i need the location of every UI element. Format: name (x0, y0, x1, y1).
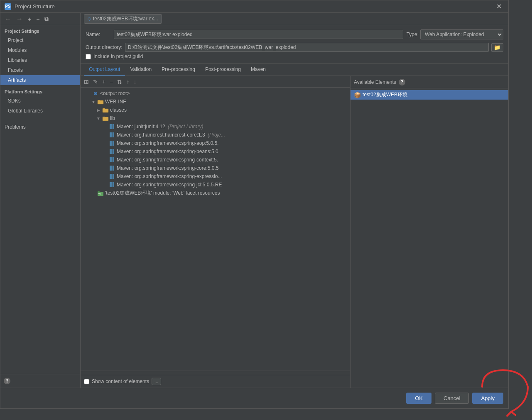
maven-junit-suffix: (Project Library) (167, 124, 203, 129)
svg-rect-27 (110, 174, 111, 179)
lib-folder-icon (102, 115, 109, 122)
tab-output-layout[interactable]: Output Layout (84, 64, 125, 76)
output-dir-input[interactable] (125, 43, 489, 52)
tree-hscrollbar[interactable] (81, 371, 350, 375)
tree-node-maven-junit[interactable]: Maven: junit:junit:4.12 (Project Library… (81, 122, 350, 131)
title-bar: PS Project Structure ✕ (0, 0, 508, 13)
forward-button[interactable]: → (15, 15, 25, 23)
tree-node-maven-context[interactable]: Maven: org.springframework:spring-contex… (81, 156, 350, 164)
tree-panel: ⊞ ✎ + − ⇅ ↑ ↓ (81, 76, 351, 388)
dialog-title: Project Structure (15, 3, 55, 10)
output-root-icon: ⊕ (92, 90, 99, 97)
svg-rect-32 (113, 182, 114, 187)
right-top-toolbar: ⬡ test02集成WEB环境:war ex... (81, 13, 508, 25)
svg-rect-19 (111, 149, 113, 154)
tree-node-classes[interactable]: ▶ classes (81, 106, 350, 114)
sidebar: ← → + − ⧉ Project Settings Project Modul… (0, 13, 81, 388)
elements-header: Available Elements ? (351, 76, 508, 88)
copy-item-button[interactable]: ⧉ (43, 15, 50, 23)
web-inf-folder-icon (97, 98, 104, 105)
svg-rect-14 (113, 132, 114, 137)
project-structure-dialog: PS Project Structure ✕ ← → + − ⧉ Project… (0, 0, 509, 409)
tree-node-output-root[interactable]: ⊕ <output root> (81, 89, 350, 98)
tree-node-maven-expression[interactable]: Maven: org.springframework:spring-expres… (81, 172, 350, 181)
tab-pre-processing[interactable]: Pre-processing (157, 64, 200, 76)
lib-label: lib (110, 115, 115, 121)
remove-item-button[interactable]: − (34, 15, 41, 23)
tab-maven[interactable]: Maven (246, 64, 271, 76)
maven-context-icon (109, 156, 115, 163)
output-root-label: <output root> (100, 90, 130, 96)
tree-node-web-facet[interactable]: W 'test02集成WEB环境' module: 'Web' facet re… (81, 189, 350, 198)
svg-rect-9 (110, 124, 111, 129)
lib-arrow: ▼ (96, 116, 101, 121)
sidebar-item-facets[interactable]: Facets (0, 65, 80, 75)
sidebar-toolbar: ← → + − ⧉ (0, 13, 80, 25)
svg-rect-16 (111, 141, 113, 146)
tree-down-button[interactable]: ↓ (132, 78, 138, 85)
tree-node-maven-core[interactable]: Maven: org.springframework:spring-core:5… (81, 164, 350, 172)
artifact-tab[interactable]: ⬡ test02集成WEB环境:war ex... (84, 14, 162, 24)
include-project-build-row: Include in project build (86, 54, 503, 59)
tree-layout-button[interactable]: ⊞ (82, 78, 91, 85)
sidebar-item-sdks[interactable]: SDKs (0, 96, 80, 106)
sidebar-item-modules[interactable]: Modules (0, 45, 80, 55)
tab-post-processing[interactable]: Post-processing (200, 64, 246, 76)
maven-context-label: Maven: org.springframework:spring-contex… (117, 157, 218, 163)
elements-help-icon[interactable]: ? (399, 79, 405, 85)
ok-button[interactable]: OK (406, 393, 431, 404)
type-wrapper: Type: Web Application: Exploded (407, 29, 503, 39)
apply-button[interactable]: Apply (472, 393, 503, 404)
svg-rect-25 (111, 166, 113, 171)
sidebar-item-global-libraries[interactable]: Global Libraries (0, 106, 80, 116)
add-item-button[interactable]: + (26, 15, 33, 23)
sidebar-item-project[interactable]: Project (0, 35, 80, 45)
sidebar-item-problems[interactable]: Problems (0, 120, 80, 132)
close-button[interactable]: ✕ (494, 2, 504, 11)
back-button[interactable]: ← (3, 15, 13, 23)
tree-remove-button[interactable]: − (108, 78, 115, 85)
project-settings-label: Project Settings (0, 25, 80, 35)
tree-node-maven-aop[interactable]: Maven: org.springframework:spring-aop:5.… (81, 139, 350, 147)
web-facet-label: 'test02集成WEB环境' module: 'Web' facet reso… (105, 190, 220, 197)
help-icon[interactable]: ? (4, 378, 10, 384)
dialog-footer: OK Cancel Apply (0, 388, 508, 408)
name-input[interactable] (114, 30, 403, 39)
sidebar-item-artifacts[interactable]: Artifacts (0, 75, 80, 85)
more-button[interactable]: ... (152, 378, 161, 385)
cancel-button[interactable]: Cancel (435, 393, 469, 404)
tree-node-maven-beans[interactable]: Maven: org.springframework:spring-beans:… (81, 147, 350, 156)
browse-folder-button[interactable]: 📁 (491, 43, 503, 52)
svg-rect-15 (110, 141, 111, 146)
type-select[interactable]: Web Application: Exploded (420, 29, 503, 39)
svg-rect-31 (111, 182, 113, 187)
type-label: Type: (407, 32, 419, 37)
tree-sort-button[interactable]: ⇅ (115, 78, 124, 85)
properties-area: Name: Type: Web Application: Exploded Ou… (81, 25, 508, 64)
tabs-bar: Output Layout Validation Pre-processing … (81, 64, 508, 76)
artifact-type-icon: ⬡ (88, 17, 91, 21)
tree-node-maven-hamcrest[interactable]: Maven: org.hamcrest:hamcrest-core:1.3 (P… (81, 131, 350, 139)
name-row: Name: Type: Web Application: Exploded (86, 29, 503, 39)
tree-node-web-inf[interactable]: ▼ WEB-INF (81, 98, 350, 106)
include-project-build-label: Include in project build (93, 54, 143, 59)
tree-node-maven-jcl[interactable]: Maven: org.springframework:spring-jcl:5.… (81, 181, 350, 189)
svg-rect-7 (103, 117, 105, 118)
include-project-build-checkbox[interactable] (86, 54, 91, 59)
name-label: Name: (86, 32, 110, 37)
elements-panel: Available Elements ? 📦 test02集成WEB环境 (351, 76, 508, 388)
svg-rect-17 (113, 141, 114, 146)
maven-core-label: Maven: org.springframework:spring-core:5… (117, 165, 218, 171)
sidebar-item-libraries[interactable]: Libraries (0, 55, 80, 65)
svg-rect-26 (113, 166, 114, 171)
tree-node-lib[interactable]: ▼ lib (81, 114, 350, 122)
tab-validation[interactable]: Validation (125, 64, 157, 76)
tree-add-button[interactable]: + (101, 78, 107, 85)
tree-edit-button[interactable]: ✎ (91, 78, 100, 85)
svg-rect-30 (110, 182, 111, 187)
output-dir-label: Output directory: (86, 44, 123, 50)
tree-up-button[interactable]: ↑ (125, 78, 131, 85)
show-content-checkbox[interactable] (84, 379, 89, 384)
maven-aop-icon (109, 140, 115, 147)
element-item-test02[interactable]: 📦 test02集成WEB环境 (351, 90, 508, 100)
